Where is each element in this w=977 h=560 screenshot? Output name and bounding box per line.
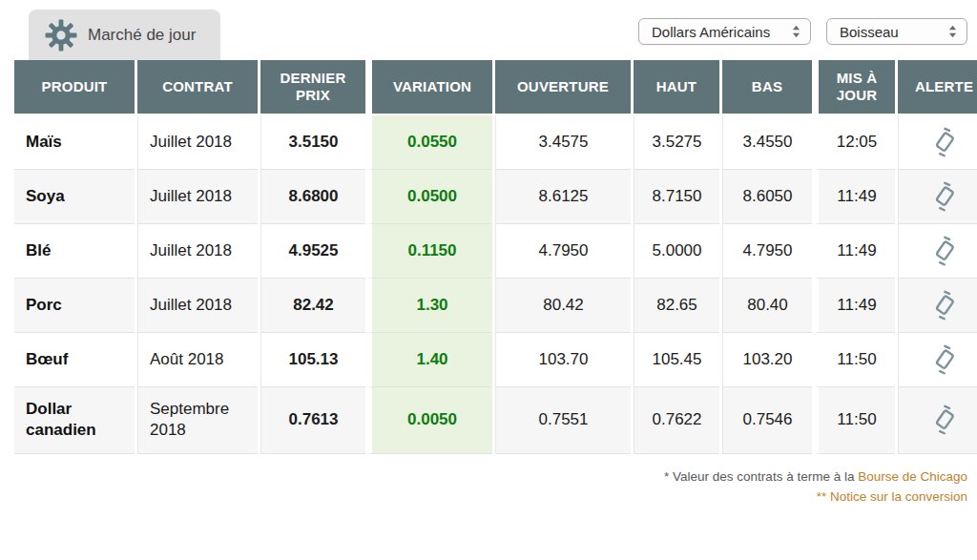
cell-bas: 4.7950 (722, 224, 812, 279)
table-row: Porc Juillet 2018 82.42 1.30 80.42 82.65… (14, 279, 977, 333)
cell-ouverture: 80.42 (495, 279, 631, 333)
cell-produit: Dollar canadien (14, 387, 135, 454)
cell-produit: Maïs (14, 115, 135, 170)
notice-conversion-link[interactable]: Notice sur la conversion (830, 489, 967, 504)
cell-haut: 3.5275 (634, 115, 719, 170)
market-page: Marché de jour Dollars Américains Boisse… (11, 0, 967, 508)
cell-dernier-prix: 82.42 (260, 279, 365, 333)
alert-button[interactable] (898, 115, 977, 170)
cell-contrat: Juillet 2018 (137, 170, 258, 224)
table-row: Bœuf Août 2018 105.13 1.40 103.70 105.45… (14, 333, 977, 387)
vibrating-phone-alert-icon (930, 404, 959, 435)
col-header-alerte: ALERTE (898, 60, 977, 115)
market-table: PRODUIT CONTRAT DERNIER PRIX VARIATION O… (11, 60, 977, 454)
cell-variation: 0.1150 (368, 224, 492, 279)
cell-ouverture: 103.70 (495, 333, 631, 387)
cell-ouverture: 0.7551 (495, 387, 631, 454)
cell-variation: 0.0550 (368, 115, 492, 170)
col-header-variation: VARIATION (368, 60, 492, 115)
table-row: Soya Juillet 2018 8.6800 0.0500 8.6125 8… (14, 170, 977, 224)
alert-button[interactable] (898, 333, 977, 387)
tab-marche-de-jour[interactable]: Marché de jour (29, 10, 220, 60)
table-row: Blé Juillet 2018 4.9525 0.1150 4.7950 5.… (14, 224, 977, 279)
cell-mis-a-jour: 12:05 (815, 115, 895, 170)
cell-ouverture: 8.6125 (495, 170, 631, 224)
cell-haut: 105.45 (634, 333, 719, 387)
cell-dernier-prix: 4.9525 (260, 224, 365, 279)
col-header-ouverture: OUVERTURE (495, 60, 631, 115)
vibrating-phone-alert-icon (930, 344, 959, 375)
vibrating-phone-alert-icon (930, 236, 959, 266)
gear-icon (44, 18, 78, 52)
footnote-contracts: * Valeur des contrats à terme à la Bours… (11, 467, 967, 487)
cell-produit: Bœuf (14, 333, 135, 387)
col-header-haut: HAUT (634, 60, 719, 115)
cell-contrat: Juillet 2018 (137, 224, 258, 279)
cell-dernier-prix: 105.13 (260, 333, 365, 387)
cell-haut: 0.7622 (634, 387, 719, 454)
cell-bas: 80.40 (722, 279, 812, 333)
cell-produit: Soya (14, 170, 135, 224)
bourse-de-chicago-link[interactable]: Bourse de Chicago (858, 469, 967, 484)
topbar: Marché de jour Dollars Américains Boisse… (11, 10, 967, 60)
cell-contrat: Septembre 2018 (137, 387, 258, 454)
cell-variation: 0.0050 (368, 387, 492, 454)
currency-select-value: Dollars Américains (652, 24, 770, 40)
unit-select[interactable]: Boisseau (826, 18, 967, 45)
cell-mis-a-jour: 11:50 (815, 387, 895, 454)
cell-haut: 82.65 (634, 279, 719, 333)
table-row: Dollar canadien Septembre 2018 0.7613 0.… (14, 387, 977, 454)
col-header-mis-a-jour: MIS À JOUR (815, 60, 895, 115)
cell-mis-a-jour: 11:49 (815, 170, 895, 224)
alert-button[interactable] (898, 279, 977, 333)
unit-select-value: Boisseau (840, 24, 899, 40)
vibrating-phone-alert-icon (930, 290, 959, 321)
cell-bas: 0.7546 (722, 387, 812, 454)
alert-button[interactable] (898, 170, 977, 224)
col-header-dernier-prix: DERNIER PRIX (260, 60, 365, 115)
table-row: Maïs Juillet 2018 3.5150 0.0550 3.4575 3… (14, 115, 977, 170)
cell-ouverture: 4.7950 (495, 224, 631, 279)
cell-mis-a-jour: 11:49 (815, 224, 895, 279)
cell-bas: 103.20 (722, 333, 812, 387)
tab-label: Marché de jour (88, 26, 196, 45)
cell-haut: 8.7150 (634, 170, 719, 224)
currency-select[interactable]: Dollars Américains (638, 18, 811, 45)
updown-arrows-icon (790, 24, 802, 39)
footnote-conversion: ** Notice sur la conversion (11, 487, 967, 508)
cell-produit: Blé (14, 224, 135, 279)
cell-variation: 1.30 (368, 279, 492, 333)
cell-mis-a-jour: 11:49 (815, 279, 895, 333)
table-body: Maïs Juillet 2018 3.5150 0.0550 3.4575 3… (14, 115, 977, 454)
cell-bas: 3.4550 (722, 115, 812, 170)
cell-haut: 5.0000 (634, 224, 719, 279)
table-header: PRODUIT CONTRAT DERNIER PRIX VARIATION O… (14, 60, 977, 115)
cell-variation: 0.0500 (368, 170, 492, 224)
cell-produit: Porc (14, 279, 135, 333)
cell-ouverture: 3.4575 (495, 115, 631, 170)
cell-variation: 1.40 (368, 333, 492, 387)
vibrating-phone-alert-icon (930, 127, 959, 157)
cell-contrat: Août 2018 (137, 333, 258, 387)
cell-contrat: Juillet 2018 (137, 115, 258, 170)
col-header-contrat: CONTRAT (137, 60, 258, 115)
footnote-conversion-asterisks: ** (817, 489, 830, 504)
alert-button[interactable] (898, 224, 977, 279)
col-header-produit: PRODUIT (14, 60, 135, 115)
select-group: Dollars Américains Boisseau (638, 18, 967, 45)
cell-contrat: Juillet 2018 (137, 279, 258, 333)
cell-mis-a-jour: 11:50 (815, 333, 895, 387)
vibrating-phone-alert-icon (930, 181, 959, 212)
alert-button[interactable] (898, 387, 977, 454)
updown-arrows-icon (946, 24, 959, 39)
cell-dernier-prix: 0.7613 (260, 387, 365, 454)
cell-dernier-prix: 8.6800 (260, 170, 365, 224)
cell-dernier-prix: 3.5150 (260, 115, 365, 170)
footnote-contracts-text: * Valeur des contrats à terme à la (664, 469, 858, 484)
col-header-bas: BAS (722, 60, 812, 115)
footnotes: * Valeur des contrats à terme à la Bours… (11, 467, 967, 508)
cell-bas: 8.6050 (722, 170, 812, 224)
